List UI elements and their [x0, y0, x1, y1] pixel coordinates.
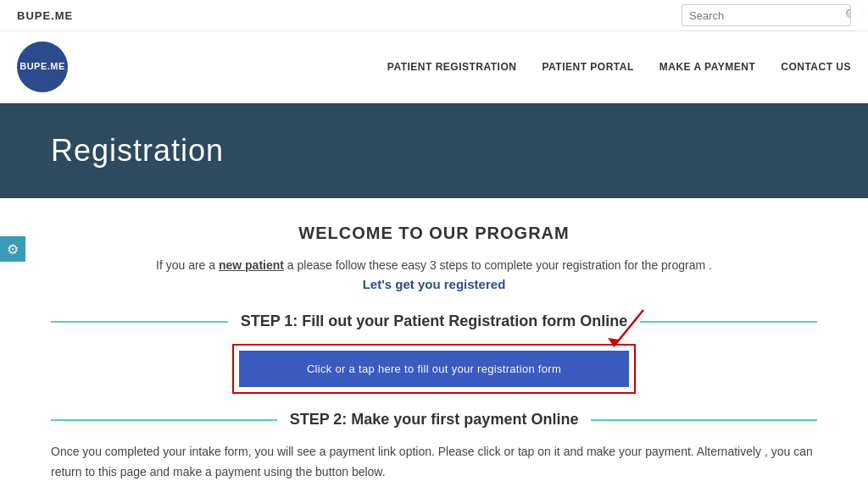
step2-heading: STEP 2: Make your first payment Online [51, 411, 817, 429]
intro-text: If you are a new patient a please follow… [51, 258, 817, 272]
page-title: Registration [51, 133, 817, 169]
step1-heading: STEP 1: Fill out your Patient Registrati… [51, 313, 817, 330]
top-bar-brand: BUPE.ME [17, 9, 73, 22]
welcome-heading: WELCOME TO OUR PROGRAM [51, 224, 817, 243]
settings-widget[interactable]: ⚙ [0, 236, 25, 262]
nav-link-make-payment[interactable]: MAKE A PAYMENT [659, 61, 755, 73]
nav-logo[interactable]: BUPE.ME [17, 42, 68, 92]
gear-icon: ⚙ [7, 241, 19, 257]
nav-link-patient-portal[interactable]: PATIENT PORTAL [542, 61, 633, 73]
nav-bar: BUPE.ME PATIENT REGISTRATION PATIENT POR… [0, 31, 868, 103]
step1-section: STEP 1: Fill out your Patient Registrati… [51, 313, 817, 394]
hero-banner: Registration [0, 103, 868, 198]
registration-button-container: Click or a tap here to fill out your reg… [51, 344, 817, 394]
nav-link-patient-registration[interactable]: PATIENT REGISTRATION [387, 61, 517, 73]
nav-links: PATIENT REGISTRATION PATIENT PORTAL MAKE… [387, 61, 851, 73]
new-patient-link[interactable]: new patient [219, 258, 284, 272]
arrow-annotation [584, 306, 652, 352]
registration-button[interactable]: Click or a tap here to fill out your reg… [239, 351, 629, 387]
search-input[interactable] [682, 9, 838, 22]
registration-button-wrapper: Click or a tap here to fill out your reg… [232, 344, 636, 394]
step2-text: Once you completed your intake form, you… [51, 442, 817, 483]
search-icon-button[interactable]: 🔍 [838, 8, 851, 22]
step2-section: STEP 2: Make your first payment Online O… [51, 411, 817, 483]
lets-get-registered: Let's get you registered [51, 277, 817, 291]
main-content: WELCOME TO OUR PROGRAM If you are a new … [0, 198, 868, 498]
top-bar: BUPE.ME 🔍 [0, 0, 868, 31]
nav-link-contact-us[interactable]: CONTACT US [781, 61, 851, 73]
search-bar[interactable]: 🔍 [682, 4, 851, 26]
